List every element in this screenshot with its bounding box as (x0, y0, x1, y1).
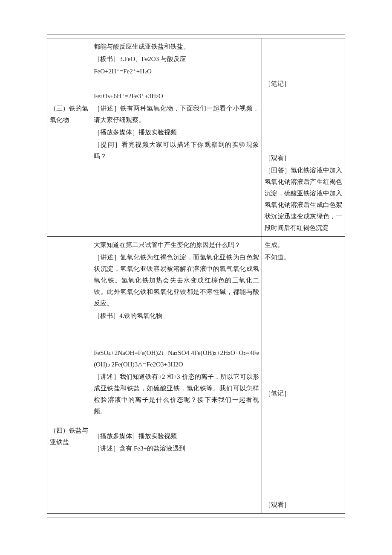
text-line (94, 78, 259, 90)
text-line (265, 41, 342, 52)
text-line (265, 474, 342, 486)
text-line (50, 53, 88, 65)
text-line (265, 289, 342, 300)
text-line (265, 437, 342, 449)
text-line: Fe₂O₃+6H⁺=2Fe3⁺+3H₂O (94, 90, 259, 102)
text-line (265, 264, 342, 276)
text-line (265, 115, 342, 127)
document-page: （三）铁的氢氧化物都能与酸反应生成亚铁盐和铁盐。［板书］3.FeO、Fe2O3 … (0, 0, 392, 543)
text-line (94, 323, 259, 334)
text-line (50, 289, 88, 300)
text-line (50, 314, 88, 325)
text-line: ［板书］4.铁的氢氧化物 (94, 310, 259, 322)
table-cell: 都能与酸反应生成亚铁盐和铁盐。［板书］3.FeO、Fe2O3 与酸反应FeO+2… (91, 38, 262, 237)
text-line (50, 326, 88, 337)
text-line (265, 66, 342, 77)
text-line (265, 363, 342, 375)
text-line (50, 388, 88, 399)
lesson-table: （三）铁的氢氧化物都能与酸反应生成亚铁盐和铁盐。［板书］3.FeO、Fe2O3 … (47, 38, 345, 514)
text-line: FeSO₄+2NaOH=Fe(OH)2↓+Na₂SO4 4Fe(OH)₂+2H₂… (94, 347, 259, 370)
table-cell: （四）铁盐与亚铁盐 (47, 237, 91, 514)
text-line (265, 487, 342, 498)
text-line (50, 375, 88, 387)
text-line: （三）铁的氢氧化物 (50, 103, 88, 126)
text-line: ［笔记］ (265, 78, 342, 90)
text-line (265, 351, 342, 362)
text-line: ［观看］ (265, 499, 342, 511)
text-line: ［播放多媒体］播放实验视频 (94, 127, 259, 138)
text-line (265, 103, 342, 114)
text-line (265, 90, 342, 102)
text-line (265, 301, 342, 313)
text-line: 都能与酸反应生成亚铁盐和铁盐。 (94, 41, 259, 52)
text-line: ［笔记］ (265, 388, 342, 399)
text-line (50, 239, 88, 251)
text-line (265, 338, 342, 350)
table-cell: 生成。不知道。 ［笔记］ ［观看］ (262, 237, 345, 514)
text-line (50, 363, 88, 375)
text-line (265, 450, 342, 461)
text-line (50, 301, 88, 313)
text-line (265, 400, 342, 412)
text-line: ［讲述］含有 Fe3+的盐溶液遇到 (94, 443, 259, 454)
text-line (50, 351, 88, 362)
text-line: 大家知道在第二只试管中产生变化的原因是什么吗？ (94, 239, 259, 251)
text-line (50, 276, 88, 288)
text-line (94, 335, 259, 346)
text-line: ［提问］看完视频大家可以描述下你观察到的实验现象吗？ (94, 139, 259, 162)
bottom-rule (47, 517, 345, 517)
text-line (265, 276, 342, 288)
text-line (265, 140, 342, 151)
text-line (265, 413, 342, 424)
text-line (50, 252, 88, 263)
table-cell: ［笔记］ ［观看］［回答］氯化铁溶液中加入氢氧化钠溶液后产生红褐色沉淀，硫酸亚铁… (262, 38, 345, 237)
text-line (50, 66, 88, 77)
text-line (50, 41, 88, 52)
text-line (50, 264, 88, 276)
text-line: ［回答］氯化铁溶液中加入氢氧化钠溶液后产生红褐色沉淀，硫酸亚铁溶液中加入氢氧化钠… (265, 165, 342, 234)
text-line: ［观看］ (265, 152, 342, 164)
text-line: ［讲述］铁有两种氢氧化物，下面我们一起看个小视频，请大家仔细观察。 (94, 103, 259, 126)
text-line: ［板书］3.FeO、Fe2O3 与酸反应 (94, 53, 259, 65)
table-row: （四）铁盐与亚铁盐大家知道在第二只试管中产生变化的原因是什么吗？［讲述］氢氧化铁… (47, 237, 345, 514)
text-line (265, 375, 342, 387)
text-line (265, 314, 342, 325)
text-line: ［讲述］我们知道铁有+2 和+3 价态的离子，所以它可以形成亚铁盐和铁盐，如硫酸… (94, 371, 259, 417)
text-line: （四）铁盐与亚铁盐 (50, 425, 88, 448)
text-line (265, 53, 342, 65)
table-cell: （三）铁的氢氧化物 (47, 38, 91, 237)
text-line (50, 90, 88, 102)
top-rule (47, 34, 345, 35)
text-line (50, 413, 88, 424)
text-line (94, 418, 259, 430)
text-line (265, 326, 342, 337)
table-row: （三）铁的氢氧化物都能与酸反应生成亚铁盐和铁盐。［板书］3.FeO、Fe2O3 … (47, 38, 345, 237)
text-line (50, 400, 88, 412)
text-line: FeO+2H⁺=Fe2⁺+H₂O (94, 66, 259, 77)
text-line: ［播放多媒体］播放实验视频 (94, 430, 259, 442)
text-line (265, 128, 342, 139)
text-line: ［讲述］氢氧化铁为红褐色沉淀，而氢氧化亚铁为白色絮状沉淀，氢氧化亚铁容易被溶解在… (94, 252, 259, 309)
text-line (265, 425, 342, 436)
text-line (265, 462, 342, 474)
table-cell: 大家知道在第二只试管中产生变化的原因是什么吗？［讲述］氢氧化铁为红褐色沉淀，而氢… (91, 237, 262, 514)
text-line (50, 78, 88, 90)
text-line: 不知道。 (265, 252, 342, 263)
text-line: 生成。 (265, 239, 342, 251)
text-line (50, 338, 88, 350)
